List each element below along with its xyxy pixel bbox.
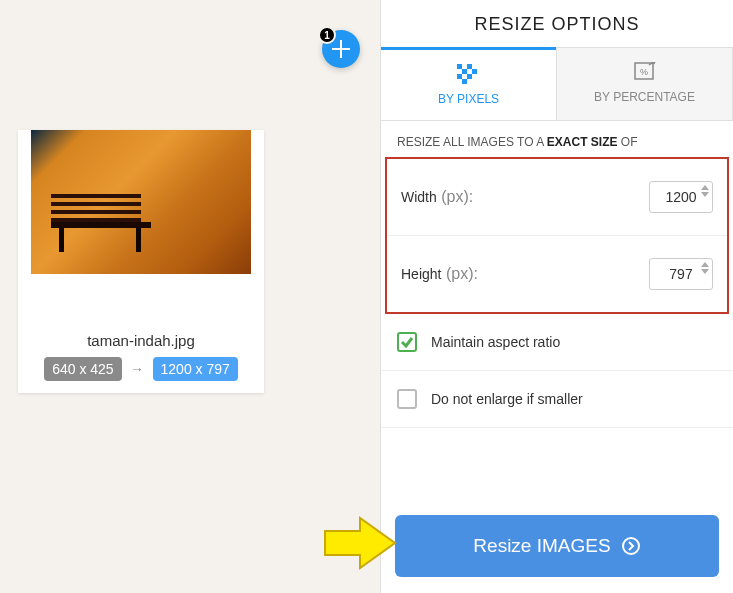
height-label: Height: [401, 266, 441, 282]
checkmark-icon: [400, 335, 414, 349]
plus-icon: [332, 40, 350, 58]
resize-button-label: Resize IMAGES: [473, 535, 610, 557]
svg-rect-6: [462, 79, 467, 84]
circle-arrow-icon: [621, 536, 641, 556]
svg-rect-1: [467, 64, 472, 69]
width-row: Width (px):: [387, 159, 727, 236]
pixels-icon: [457, 64, 481, 84]
no-enlarge-row: Do not enlarge if smaller: [381, 371, 733, 428]
width-label: Width: [401, 189, 437, 205]
no-enlarge-checkbox[interactable]: [397, 389, 417, 409]
tabs: BY PIXELS % BY PERCENTAGE: [381, 47, 733, 121]
height-step-down[interactable]: [701, 269, 709, 274]
height-unit: (px):: [446, 265, 478, 282]
maintain-ratio-label: Maintain aspect ratio: [431, 334, 560, 350]
original-dimensions: 640 x 425: [44, 357, 122, 381]
svg-rect-4: [457, 74, 462, 79]
add-image-button[interactable]: 1: [322, 30, 360, 68]
tab-percentage[interactable]: % BY PERCENTAGE: [556, 47, 733, 120]
svg-rect-2: [462, 69, 467, 74]
maintain-ratio-row: Maintain aspect ratio: [381, 314, 733, 371]
no-enlarge-label: Do not enlarge if smaller: [431, 391, 583, 407]
height-row: Height (px):: [387, 236, 727, 312]
svg-rect-3: [472, 69, 477, 74]
fields-highlight-box: Width (px): Height (px):: [385, 157, 729, 314]
new-dimensions: 1200 x 797: [153, 357, 238, 381]
resize-subtitle: RESIZE ALL IMAGES TO A EXACT SIZE OF: [381, 121, 733, 157]
image-card: taman-indah.jpg 640 x 425 → 1200 x 797: [18, 130, 264, 393]
image-filename: taman-indah.jpg: [18, 332, 264, 349]
panel-title: RESIZE OPTIONS: [381, 0, 733, 47]
arrow-right-icon: →: [130, 361, 144, 377]
resize-button[interactable]: Resize IMAGES: [395, 515, 719, 577]
svg-rect-0: [457, 64, 462, 69]
tab-percentage-label: BY PERCENTAGE: [594, 90, 695, 104]
tab-pixels-label: BY PIXELS: [438, 92, 499, 106]
svg-rect-5: [467, 74, 472, 79]
height-step-up[interactable]: [701, 262, 709, 267]
width-unit: (px):: [441, 188, 473, 205]
add-badge: 1: [318, 26, 336, 44]
tab-pixels[interactable]: BY PIXELS: [381, 47, 556, 120]
width-step-up[interactable]: [701, 185, 709, 190]
maintain-ratio-checkbox[interactable]: [397, 332, 417, 352]
width-step-down[interactable]: [701, 192, 709, 197]
svg-point-9: [623, 538, 639, 554]
image-preview[interactable]: [31, 130, 251, 274]
percentage-icon: %: [634, 62, 656, 82]
svg-text:%: %: [639, 67, 647, 77]
dimensions-row: 640 x 425 → 1200 x 797: [18, 357, 264, 381]
